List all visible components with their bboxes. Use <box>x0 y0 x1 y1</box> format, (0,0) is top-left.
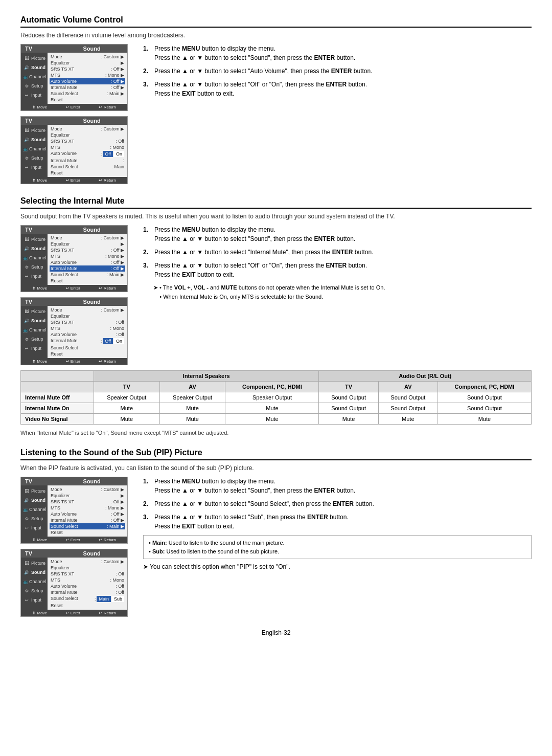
sidebar-picture-m1: 🖼Picture <box>21 235 48 244</box>
tv-menu-header-pip-1: TV Sound <box>21 477 127 485</box>
sidebar-setup-m2: ⚙Setup <box>21 335 48 344</box>
prow-ss-p2: Sound Select : Main Sub <box>50 595 125 603</box>
channel-icon-m2: 📺 <box>23 326 28 333</box>
table-col-tv-speakers: TV <box>94 382 159 392</box>
tv-sidebar-avc-2: 🖼Picture 🔊Sound 📺Channel ⚙Setup ↩Input <box>21 125 48 177</box>
prow-mts-p1: MTS: Mono ▶ <box>50 505 125 511</box>
prow-reset-p2: Reset <box>50 603 125 609</box>
mrow-srs-m2: SRS TS XT: Off <box>50 319 125 325</box>
prow-av-p2: Auto Volume: Off <box>50 583 125 589</box>
instructions-mute: 1. Press the MENU button to display the … <box>143 225 532 365</box>
tv-menu-body-avc-2: 🖼Picture 🔊Sound 📺Channel ⚙Setup ↩Input M… <box>21 125 127 177</box>
mrow-ss-m1: Sound Select: Main ▶ <box>50 272 125 278</box>
cell-mute-on-comp-speakers: Mute <box>225 403 319 414</box>
sound-icon-m2: 🔊 <box>23 317 30 324</box>
sidebar-setup-m1: ⚙Setup <box>21 262 48 272</box>
im-option-on: On <box>114 338 124 344</box>
menu-row-mode-2: Mode: Custom ▶ <box>50 126 125 132</box>
sidebar-sound-p1: 🔊Sound <box>21 496 48 505</box>
tv-sidebar-pip-2: 🖼Picture 🔊Sound 📺Channel ⚙Setup ↩Input <box>21 558 48 610</box>
internal-mute-table: Internal Speakers Audio Out (R/L Out) TV… <box>20 370 532 425</box>
cell-no-signal-av-speakers: Mute <box>159 414 225 425</box>
step-mute-3: 3. Press the ▲ or ▼ button to select "Of… <box>143 261 532 279</box>
sidebar-setup-p1: ⚙Setup <box>21 514 48 523</box>
section-title-automatic-volume: Automatic Volume Control <box>20 15 532 28</box>
mute-warning: ➤ • The VOL +, VOL - and MUTE buttons do… <box>153 283 532 301</box>
picture-icon-2: 🖼 <box>23 127 30 134</box>
cell-mute-off-tv-speakers: Speaker Output <box>94 392 159 403</box>
ss-option-sub: Sub <box>112 596 124 602</box>
tv-menu-body-pip-1: 🖼Picture 🔊Sound 📺Channel ⚙Setup ↩Input M… <box>21 485 127 537</box>
sound-label-2: Sound <box>58 118 125 124</box>
sidebar-channel-m1: 📺Channel <box>21 253 48 262</box>
instructions-avc: 1. Press the MENU button to display the … <box>143 44 532 184</box>
cell-mute-off-comp-audio: Sound Output <box>438 392 531 403</box>
setup-icon-p2: ⚙ <box>23 587 30 594</box>
menu-col-avc: TV Sound 🖼Picture 🔊Sound 📺Channel ⚙Setup… <box>20 44 133 184</box>
setup-icon: ⚙ <box>23 82 30 90</box>
arrow-icon: ➤ <box>153 284 158 291</box>
sidebar-sound-p2: 🔊Sound <box>21 568 48 577</box>
menu-row-sound-select-2: Sound Select: Main <box>50 164 125 170</box>
tv-menu-header-avc-1: TV Sound <box>21 45 127 53</box>
input-icon-2: ↩ <box>23 164 30 171</box>
input-icon-m2: ↩ <box>23 345 30 352</box>
table-row-no-signal: Video No Signal Mute Mute Mute Mute Mute… <box>21 414 532 425</box>
sidebar-sound: 🔊Sound <box>21 63 48 72</box>
sound-icon-p2: 🔊 <box>23 569 30 576</box>
setup-icon-m1: ⚙ <box>23 263 30 271</box>
menu-keyword: MENU <box>182 45 200 52</box>
prow-ss-p1: Sound Select: Main ▶ <box>50 523 125 529</box>
sound-icon-p1: 🔊 <box>23 497 30 504</box>
cell-no-signal-comp-audio: Mute <box>438 414 531 425</box>
sidebar-channel-2: 📺Channel <box>21 144 48 153</box>
table-note: When "Internal Mute" is set to "On", Sou… <box>20 430 532 436</box>
mrow-mode-m2: Mode: Custom ▶ <box>50 307 125 313</box>
prow-reset-p1: Reset <box>50 529 125 536</box>
tv-main-pip-2: Mode: Custom ▶ Equalizer SRS TS XT: Off … <box>48 558 127 610</box>
menu-row-srs: SRS TS XT: Off ▶ <box>50 66 125 72</box>
step-avc-2: 2. Press the ▲ or ▼ button to select "Au… <box>143 66 532 76</box>
sidebar-channel-p2: 📺Channel <box>21 577 48 586</box>
instructions-pip: 1. Press the MENU button to display the … <box>143 477 532 617</box>
mrow-reset-m2: Reset <box>50 351 125 357</box>
step-avc-1: 1. Press the MENU button to display the … <box>143 44 532 62</box>
mrow-ss-m2: Sound Select <box>50 345 125 351</box>
sidebar-input-p1: ↩Input <box>21 523 48 532</box>
channel-icon-p1: 📺 <box>23 506 28 513</box>
tv-sidebar-avc-1: 🖼Picture 🔊Sound 📺Channel ⚙Setup ↩Input <box>21 53 48 104</box>
exit-keyword: EXIT <box>182 90 196 97</box>
step-pip-2: 2. Press the ▲ or ▼ button to select "So… <box>143 499 532 508</box>
sidebar-setup-p2: ⚙Setup <box>21 586 48 595</box>
table-col-comp-speakers: Component, PC, HDMI <box>225 382 319 392</box>
cell-mute-on-av-speakers: Mute <box>159 403 225 414</box>
tv-footer-avc-2: ⬆ Move ↵ Enter ↩ Return <box>21 177 127 184</box>
option-on: On <box>114 151 124 157</box>
section-desc-internal-mute: Sound output from the TV speakers is mut… <box>20 213 532 220</box>
mrow-eq-m2: Equalizer <box>50 313 125 319</box>
sound-icon-2: 🔊 <box>23 136 30 143</box>
menu-col-pip: TV Sound 🖼Picture 🔊Sound 📺Channel ⚙Setup… <box>20 477 133 617</box>
prow-srs-p2: SRS TS XT: Off <box>50 571 125 577</box>
pip-option-note: ➤ You can select this option when "PIP" … <box>143 563 532 570</box>
cell-no-signal-tv-speakers: Mute <box>94 414 159 425</box>
tv-sidebar-mute-1: 🖼Picture 🔊Sound 📺Channel ⚙Setup ↩Input <box>21 234 48 285</box>
prow-eq-p2: Equalizer <box>50 565 125 571</box>
menu-row-srs-2: SRS TS XT: Off <box>50 138 125 144</box>
menu-row-mode: Mode: Custom ▶ <box>50 54 125 60</box>
tv-menu-body-mute-1: 🖼Picture 🔊Sound 📺Channel ⚙Setup ↩Input M… <box>21 234 127 285</box>
im-option-off: Off <box>103 338 113 344</box>
menu-row-reset-2: Reset <box>50 170 125 176</box>
setup-icon-2: ⚙ <box>23 154 30 162</box>
input-icon-p2: ↩ <box>23 596 30 604</box>
table-col-comp-audio: Component, PC, HDMI <box>438 382 531 392</box>
cell-no-signal-comp-speakers: Mute <box>225 414 319 425</box>
section-automatic-volume: Automatic Volume Control Reduces the dif… <box>20 15 532 184</box>
menu-row-internal-mute: Internal Mute: Off ▶ <box>50 84 125 91</box>
table-audio-out-header: Audio Out (R/L Out) <box>319 371 532 382</box>
channel-icon: 📺 <box>23 73 28 80</box>
tv-menu-mute-1: TV Sound 🖼Picture 🔊Sound 📺Channel ⚙Setup… <box>20 225 128 292</box>
menu-row-reset: Reset <box>50 97 125 103</box>
channel-icon-m1: 📺 <box>23 254 28 261</box>
tv-menu-header-mute-1: TV Sound <box>21 226 127 234</box>
